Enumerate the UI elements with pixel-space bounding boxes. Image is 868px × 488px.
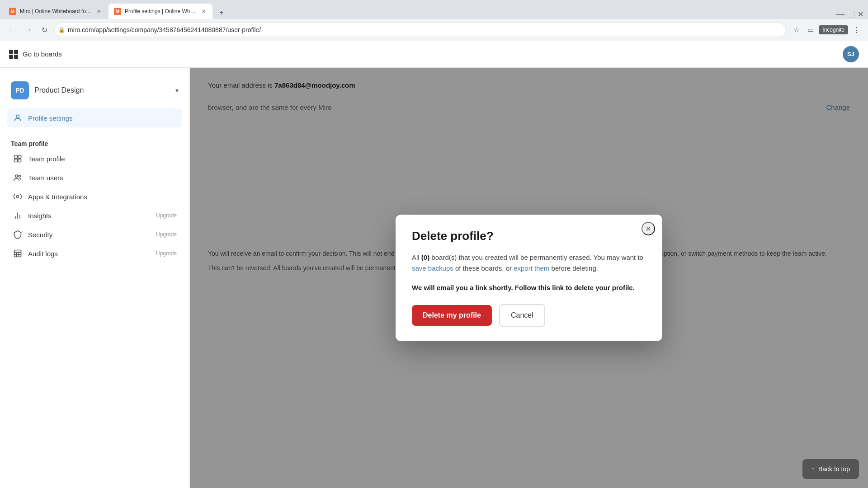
modal-title: Delete profile? [412, 229, 646, 243]
modal-close-button[interactable]: × [642, 222, 655, 235]
team-users-label: Team users [28, 174, 177, 182]
team-profile-icon [13, 154, 23, 164]
user-avatar[interactable]: SJ [843, 46, 859, 62]
svg-rect-4 [18, 159, 21, 162]
delete-profile-button[interactable]: Delete my profile [412, 305, 492, 326]
modal-export-them-link[interactable]: export them [514, 264, 549, 272]
modal-actions: Delete my profile Cancel [412, 304, 646, 327]
window-restore[interactable]: ⬜ [847, 11, 855, 18]
tab-1-favicon: M [9, 8, 16, 15]
page-content: Your email address is 7a863d84@moodjoy.c… [190, 68, 868, 488]
sidebar-item-team-profile[interactable]: Team profile [7, 149, 182, 168]
modal-body: All (0) board(s) that you created will b… [412, 252, 646, 274]
nav-refresh-button[interactable]: ↻ [38, 23, 51, 36]
svg-point-0 [16, 115, 19, 118]
audit-logs-upgrade-badge: Upgrade [156, 250, 177, 257]
tab-2-title: Profile settings | Online Whitebo... [125, 8, 196, 14]
menu-button[interactable]: ⋮ [850, 23, 863, 36]
sidebar: PD Product Design ▾ Profile settings Tea… [0, 68, 190, 488]
insights-label: Insights [28, 212, 151, 220]
sidebar-nav: Profile settings [0, 108, 189, 127]
app: Go to boards SJ PD Product Design ▾ Prof… [0, 41, 868, 488]
modal-save-backups-link[interactable]: save backups [412, 264, 453, 272]
team-profile-label: Team profile [28, 155, 177, 163]
team-users-icon [13, 173, 23, 183]
security-icon [13, 230, 23, 239]
apps-integrations-label: Apps & Integrations [28, 193, 177, 201]
nav-forward-button[interactable]: → [22, 23, 34, 36]
svg-rect-3 [14, 159, 18, 162]
profile-settings-icon [13, 113, 23, 123]
team-profile-section-title: Team profile [0, 136, 189, 149]
security-label: Security [28, 231, 151, 239]
audit-logs-label: Audit logs [28, 250, 151, 258]
nav-back-button[interactable]: ← [5, 23, 18, 36]
svg-rect-2 [18, 155, 21, 159]
sidebar-item-profile-settings[interactable]: Profile settings [7, 108, 182, 127]
sidebar-item-insights[interactable]: Insights Upgrade [7, 206, 182, 225]
back-to-top-button[interactable]: ↑ Back to top [802, 459, 859, 479]
workspace-selector[interactable]: PD Product Design ▾ [0, 77, 189, 108]
nav-actions: ☆ ▭ Incognito ⋮ [790, 23, 863, 36]
window-close[interactable]: ✕ [858, 10, 863, 19]
browser-chrome: M Miro | Online Whiteboard for Vis... ✕ … [0, 0, 868, 41]
security-upgrade-badge: Upgrade [156, 231, 177, 238]
profile-settings-label: Profile settings [28, 114, 72, 122]
svg-rect-1 [14, 155, 18, 159]
tab-2-favicon: M [114, 8, 121, 15]
tab-1-title: Miro | Online Whiteboard for Vis... [20, 8, 91, 14]
cast-button[interactable]: ▭ [804, 23, 817, 36]
cancel-button[interactable]: Cancel [499, 304, 545, 327]
svg-point-5 [15, 175, 18, 177]
modal-body-text: All (0) board(s) that you created will b… [412, 252, 646, 274]
incognito-badge[interactable]: Incognito [819, 25, 848, 34]
workspace-chevron-icon: ▾ [175, 87, 179, 94]
browser-tabs: M Miro | Online Whiteboard for Vis... ✕ … [0, 0, 868, 19]
workspace-avatar: PD [11, 81, 29, 99]
delete-profile-modal: × Delete profile? All (0) board(s) that … [396, 215, 662, 341]
workspace-name: Product Design [34, 86, 170, 94]
address-bar[interactable]: 🔒 miro.com/app/settings/company/34587645… [54, 23, 786, 37]
back-to-top-label: Back to top [818, 465, 850, 473]
svg-point-6 [19, 175, 20, 177]
sidebar-item-security[interactable]: Security Upgrade [7, 225, 182, 244]
browser-nav: ← → ↻ 🔒 miro.com/app/settings/company/34… [0, 19, 868, 41]
lock-icon: 🔒 [58, 27, 65, 33]
insights-icon [13, 211, 23, 221]
main-content: PD Product Design ▾ Profile settings Tea… [0, 68, 868, 488]
go-to-boards-label: Go to boards [23, 50, 62, 58]
sidebar-item-audit-logs[interactable]: Audit logs Upgrade [7, 244, 182, 263]
tab-1[interactable]: M Miro | Online Whiteboard for Vis... ✕ [4, 4, 108, 19]
tab-1-close[interactable]: ✕ [95, 8, 102, 15]
modal-overlay[interactable]: × Delete profile? All (0) board(s) that … [190, 68, 868, 488]
svg-rect-11 [14, 250, 21, 257]
url-text: miro.com/app/settings/company/3458764562… [68, 26, 780, 33]
grid-icon [9, 50, 18, 59]
apps-integrations-icon [13, 192, 23, 202]
new-tab-button[interactable]: + [215, 6, 228, 19]
insights-upgrade-badge: Upgrade [156, 212, 177, 219]
tab-2-close[interactable]: ✕ [200, 8, 207, 15]
go-to-boards-link[interactable]: Go to boards [9, 50, 62, 59]
topbar: Go to boards SJ [0, 41, 868, 68]
bookmark-button[interactable]: ☆ [790, 23, 802, 36]
sidebar-team-section: Team profile Team users [0, 149, 189, 263]
tab-2[interactable]: M Profile settings | Online Whitebo... ✕ [108, 4, 212, 19]
window-minimize[interactable]: — [836, 9, 844, 19]
back-to-top-arrow-icon: ↑ [811, 465, 815, 473]
modal-emphasis: We will email you a link shortly. Follow… [412, 283, 646, 293]
sidebar-item-apps-integrations[interactable]: Apps & Integrations [7, 187, 182, 206]
svg-point-7 [17, 196, 19, 198]
sidebar-item-team-users[interactable]: Team users [7, 168, 182, 187]
audit-logs-icon [13, 249, 23, 258]
